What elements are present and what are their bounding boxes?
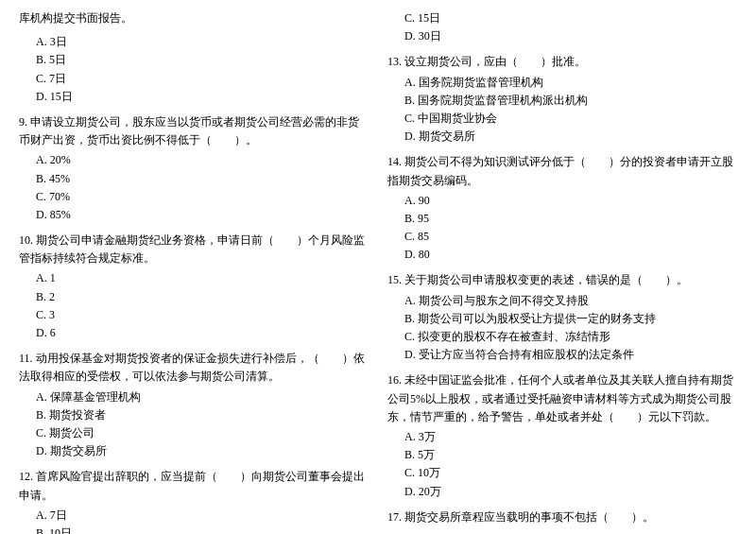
q15-option-b: B. 期货公司可以为股权受让方提供一定的财务支持 xyxy=(387,310,737,328)
right-intro-options: C. 15日 D. 30日 xyxy=(387,9,737,45)
q9-option-b: B. 45% xyxy=(19,170,369,188)
q16-text: 16. 未经中国证监会批准，任何个人或者单位及其关联人擅自持有期货公司5%以上股… xyxy=(387,371,737,426)
right-column: C. 15日 D. 30日 13. 设立期货公司，应由（ ）批准。 A. 国务院… xyxy=(387,9,737,534)
q16-option-d: D. 20万 xyxy=(387,483,737,501)
intro-text: 库机构提交书面报告。 xyxy=(19,11,132,25)
question-17: 17. 期货交易所章程应当载明的事项不包括（ ）。 xyxy=(387,508,737,526)
question-9: 9. 申请设立期货公司，股东应当以货币或者期货公司经营必需的非货币财产出资，货币… xyxy=(19,113,369,224)
intro-option-b: B. 5日 xyxy=(19,51,369,69)
q15-option-c: C. 拟变更的股权不存在被查封、冻结情形 xyxy=(387,328,737,346)
q17-text: 17. 期货交易所章程应当载明的事项不包括（ ）。 xyxy=(387,508,737,526)
q12-option-a: A. 7日 xyxy=(19,507,369,525)
q9-option-a: A. 20% xyxy=(19,151,369,169)
question-13: 13. 设立期货公司，应由（ ）批准。 A. 国务院期货监督管理机构 B. 国务… xyxy=(387,53,737,146)
q15-option-a: A. 期货公司与股东之间不得交叉持股 xyxy=(387,292,737,310)
page-container: 库机构提交书面报告。 A. 3日 B. 5日 C. 7日 D. 15日 9. 申… xyxy=(19,9,737,534)
q14-option-c: C. 85 xyxy=(387,228,737,246)
q15-text: 15. 关于期货公司申请股权变更的表述，错误的是（ ）。 xyxy=(387,271,737,289)
q14-option-a: A. 90 xyxy=(387,192,737,210)
intro-option-c: C. 7日 xyxy=(19,70,369,88)
q14-option-d: D. 80 xyxy=(387,246,737,264)
q10-option-a: A. 1 xyxy=(19,269,369,287)
question-10: 10. 期货公司申请金融期货纪业务资格，申请日前（ ）个月风险监管指标持续符合规… xyxy=(19,232,369,342)
two-column-layout: 库机构提交书面报告。 A. 3日 B. 5日 C. 7日 D. 15日 9. 申… xyxy=(19,9,737,534)
q9-text: 9. 申请设立期货公司，股东应当以货币或者期货公司经营必需的非货币财产出资，货币… xyxy=(19,113,369,149)
question-15: 15. 关于期货公司申请股权变更的表述，错误的是（ ）。 A. 期货公司与股东之… xyxy=(387,271,737,364)
intro-line: 库机构提交书面报告。 xyxy=(19,9,369,27)
q12-option-b: B. 10日 xyxy=(19,525,369,534)
q9-option-c: C. 70% xyxy=(19,188,369,206)
left-column: 库机构提交书面报告。 A. 3日 B. 5日 C. 7日 D. 15日 9. 申… xyxy=(19,9,369,534)
q10-option-b: B. 2 xyxy=(19,288,369,306)
q10-text: 10. 期货公司申请金融期货纪业务资格，申请日前（ ）个月风险监管指标持续符合规… xyxy=(19,232,369,267)
q9-option-d: D. 85% xyxy=(19,206,369,224)
q10-option-d: D. 6 xyxy=(19,324,369,342)
right-option-c: C. 15日 xyxy=(387,9,737,27)
intro-option-a: A. 3日 xyxy=(19,33,369,51)
q11-option-c: C. 期货公司 xyxy=(19,424,369,442)
q13-option-a: A. 国务院期货监督管理机构 xyxy=(387,74,737,92)
q13-text: 13. 设立期货公司，应由（ ）批准。 xyxy=(387,53,737,71)
question-14: 14. 期货公司不得为知识测试评分低于（ ）分的投资者申请开立股指期货交易编码。… xyxy=(387,153,737,264)
q11-option-d: D. 期货交易所 xyxy=(19,442,369,460)
q13-option-c: C. 中国期货业协会 xyxy=(387,110,737,128)
q13-option-b: B. 国务院期货监督管理机构派出机构 xyxy=(387,92,737,110)
q10-option-c: C. 3 xyxy=(19,306,369,324)
q11-option-b: B. 期货投资者 xyxy=(19,406,369,424)
question-16: 16. 未经中国证监会批准，任何个人或者单位及其关联人擅自持有期货公司5%以上股… xyxy=(387,371,737,500)
intro-options: A. 3日 B. 5日 C. 7日 D. 15日 xyxy=(19,33,369,106)
right-option-d: D. 30日 xyxy=(387,27,737,45)
q11-text: 11. 动用投保基金对期货投资者的保证金损失进行补偿后，（ ）依法取得相应的受偿… xyxy=(19,350,369,386)
q16-option-c: C. 10万 xyxy=(387,464,737,482)
q15-option-d: D. 受让方应当符合合持有相应股权的法定条件 xyxy=(387,346,737,364)
q11-option-a: A. 保障基金管理机构 xyxy=(19,388,369,406)
intro-option-d: D. 15日 xyxy=(19,88,369,106)
q12-text: 12. 首席风险官提出辞职的，应当提前（ ）向期货公司董事会提出申请。 xyxy=(19,468,369,504)
q13-option-d: D. 期货交易所 xyxy=(387,128,737,146)
q14-text: 14. 期货公司不得为知识测试评分低于（ ）分的投资者申请开立股指期货交易编码。 xyxy=(387,153,737,189)
q14-option-b: B. 95 xyxy=(387,210,737,228)
question-11: 11. 动用投保基金对期货投资者的保证金损失进行补偿后，（ ）依法取得相应的受偿… xyxy=(19,350,369,460)
question-12: 12. 首席风险官提出辞职的，应当提前（ ）向期货公司董事会提出申请。 A. 7… xyxy=(19,468,369,534)
q16-option-a: A. 3万 xyxy=(387,428,737,446)
q16-option-b: B. 5万 xyxy=(387,446,737,464)
